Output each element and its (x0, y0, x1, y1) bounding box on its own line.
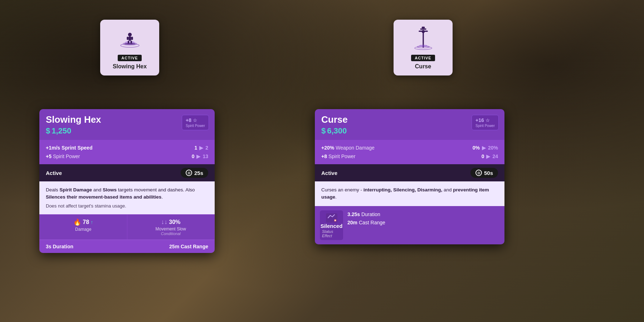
curse-icon-name: Curse (414, 63, 433, 71)
stat-name-sprint: Sprint Speed (62, 145, 92, 151)
slow-box: ↓↓ 30% Movement Slow Conditional (127, 215, 215, 239)
arrow-icon-weapon: ▶ (482, 145, 486, 151)
stat-row-weapon: +20% Weapon Damage 0% ▶ 20% (321, 143, 498, 152)
cast-range-stat: 25m Cast Range (169, 244, 208, 249)
silenced-icon-box: Silenced Status Effect (320, 210, 343, 240)
stat-sprint-values: 1 ▶ 2 (194, 145, 208, 151)
ui-layer: ACTIVE Slowing Hex ACTIVE Curse (0, 0, 644, 322)
arrow-icon-spirit-curse: ▶ (486, 153, 490, 159)
stat-to: 2 (205, 145, 208, 151)
curse-header: Curse $ 6,300 +16 ☆ Spirit Power (315, 109, 504, 140)
cooldown-icon: ⊙ (186, 170, 192, 176)
dollar-icon-curse: $ (321, 126, 326, 136)
slowing-hex-active-row: Active ⊙ 25s (39, 164, 215, 181)
slowing-hex-description: Deals Spirit Damage and Slows targets mo… (39, 181, 215, 214)
curse-spirit-value: +16 ☆ (475, 117, 495, 123)
desc-sub: Does not affect target's stamina usage. (46, 203, 208, 210)
desc-text: Deals Spirit Damage and Slows targets mo… (46, 186, 208, 201)
curse-spirit-badge: +16 ☆ Spirit Power (472, 115, 499, 130)
curse-active-badge: ACTIVE (411, 55, 435, 61)
stat-name-weapon: Weapon Damage (336, 145, 375, 151)
stat-spirit-to: 13 (203, 153, 208, 159)
curse-active-row: Active ⊙ 50s (315, 164, 504, 181)
slowing-hex-icon (114, 24, 146, 53)
silenced-cast-label: Cast Range (359, 220, 385, 225)
stat-from: 1 (194, 145, 197, 151)
cooldown-badge: ⊙ 25s (181, 168, 208, 178)
curse-spirit-label: Spirit Power (475, 124, 495, 128)
stat-weapon-label: +20% Weapon Damage (321, 145, 375, 151)
arrow-icon: ▶ (199, 145, 203, 151)
stat-spirit-curse-to: 24 (492, 153, 498, 159)
slowing-hex-stats: +1m/s Sprint Speed 1 ▶ 2 +5 Spirit Power… (39, 140, 215, 164)
silenced-details: 3.25s Duration 20m Cast Range (347, 210, 499, 228)
slowing-hex-bottom-stats: 🔥 78 ↑ Damage ↓↓ 30% Movement Slow Condi… (39, 214, 215, 240)
slowing-hex-icon-name: Slowing Hex (111, 63, 148, 71)
curse-desc-text: Curses an enemy - interrupting, Silencin… (321, 186, 498, 201)
curse-icon-card: ACTIVE Curse (394, 20, 453, 75)
silenced-status-box: Silenced Status Effect 3.25s Duration 20… (315, 206, 504, 244)
cooldown-value: 25s (194, 170, 203, 176)
svg-point-3 (128, 33, 131, 36)
slowing-hex-header: Slowing Hex $ 1,250 +8 ☆ Spirit Power (39, 109, 215, 140)
slowing-hex-footer: 3s Duration 25m Cast Range (39, 240, 215, 253)
curse-cooldown-value: 50s (484, 170, 493, 176)
slow-label: Movement Slow (133, 226, 209, 231)
silenced-subtitle: Status Effect (322, 229, 341, 238)
stat-plus-spirit: +5 (46, 153, 52, 159)
curse-cooldown-badge: ⊙ 50s (470, 168, 498, 178)
svg-rect-12 (420, 29, 426, 30)
slowing-hex-svg (117, 27, 142, 50)
silenced-duration-label: Duration (361, 211, 380, 217)
stat-spirit-from: 0 (192, 153, 195, 159)
curse-description: Curses an enemy - interrupting, Silencin… (315, 181, 504, 206)
duration-stat: 3s Duration (46, 244, 73, 249)
spirit-power-value: +8 ☆ (186, 117, 205, 123)
dollar-icon: $ (46, 126, 50, 136)
desc-bold-spirit: Spirit Damage (59, 187, 92, 192)
silenced-duration-value: 3.25s (347, 211, 360, 217)
damage-label: Damage (45, 227, 121, 232)
svg-rect-6 (131, 36, 133, 40)
stat-spirit-curse-values: 0 ▶ 24 (482, 153, 498, 159)
flame-icon: 🔥 (73, 218, 81, 226)
damage-value: 🔥 78 ↑ (45, 218, 121, 226)
stat-name-spirit-curse: Spirit Power (328, 153, 355, 159)
stat-name-spirit: Spirit Power (53, 153, 80, 159)
stat-row-spirit: +5 Spirit Power 0 ▶ 13 (46, 152, 208, 161)
star-icon: ☆ (193, 118, 197, 123)
stat-spirit-values: 0 ▶ 13 (192, 153, 208, 159)
slow-value: ↓↓ 30% (133, 218, 209, 226)
damage-box: 🔥 78 ↑ Damage (40, 215, 127, 239)
svg-point-14 (421, 30, 425, 33)
slow-icon: ↓↓ (161, 218, 167, 226)
stat-plus-weapon: +20% (321, 145, 334, 151)
silenced-duration-row: 3.25s Duration (347, 210, 499, 219)
stat-weapon-to: 20% (488, 145, 498, 151)
curse-cooldown-icon: ⊙ (475, 170, 482, 176)
stat-plus: +1m/s (46, 145, 60, 151)
curse-desc-bold-1: interrupting, Silencing, Disarming, (364, 187, 443, 192)
svg-rect-4 (128, 36, 131, 40)
up-arrow-icon: ↑ (91, 219, 93, 225)
silenced-cast-value: 20m (347, 220, 357, 225)
slowing-hex-icon-card: ACTIVE Slowing Hex (100, 20, 159, 75)
slowing-hex-spirit-badge: +8 ☆ Spirit Power (182, 115, 209, 130)
arrow-icon-2: ▶ (196, 153, 200, 159)
stat-spirit-curse-label: +8 Spirit Power (321, 153, 355, 159)
svg-rect-13 (421, 26, 425, 28)
spirit-power-label: Spirit Power (186, 124, 205, 128)
stat-spirit-curse-from: 0 (482, 153, 484, 159)
desc-bold-slows: Slows (103, 187, 117, 192)
curse-star-icon: ☆ (486, 118, 490, 123)
curse-stats: +20% Weapon Damage 0% ▶ 20% +8 Spirit Po… (315, 140, 504, 164)
stat-plus-spirit-curse: +8 (321, 153, 327, 159)
silenced-cast-row: 20m Cast Range (347, 219, 499, 227)
curse-icon (407, 24, 439, 53)
silenced-svg-icon (325, 213, 338, 223)
desc-bold-silences: Silences their movement-based items and … (46, 194, 161, 200)
stat-spirit-label: +5 Spirit Power (46, 153, 80, 159)
active-label: Active (46, 170, 62, 176)
stat-weapon-from: 0% (473, 145, 480, 151)
slow-sublabel: Conditional (133, 231, 209, 236)
